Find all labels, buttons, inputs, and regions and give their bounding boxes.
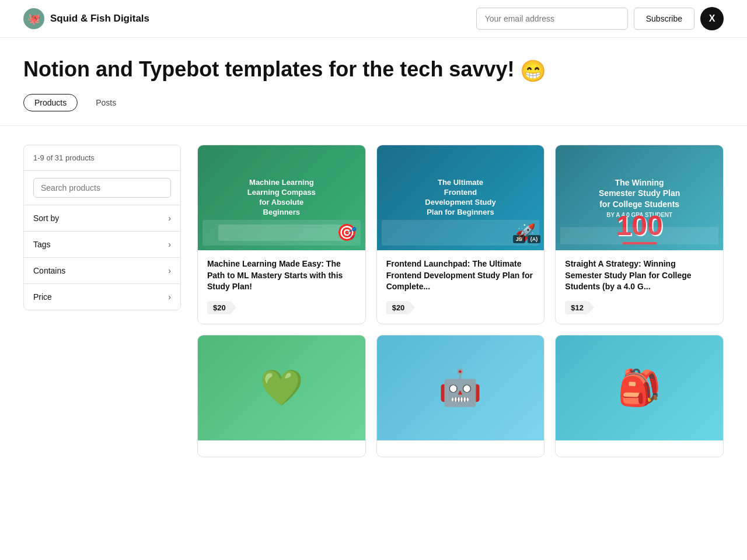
product-card[interactable]: 🎒 (555, 335, 724, 457)
price-tag: $20 (386, 301, 410, 314)
nav-tabs: Products Posts (23, 94, 724, 111)
site-logo[interactable]: 🐙 Squid & Fish Digitals (23, 8, 149, 29)
product-info: Machine Learning Made Easy: The Path to … (198, 250, 365, 293)
robot-card-icon: 🤖 (438, 367, 482, 408)
product-card[interactable]: The UltimateFrontendDevelopment StudyPla… (376, 145, 545, 324)
chevron-right-icon: › (168, 240, 171, 249)
main-content: 1-9 of 31 products Sort by › Tags › Cont… (0, 126, 747, 476)
hero-emoji: 😁 (520, 59, 546, 83)
product-info: Straight A Strategy: Winning Semester St… (556, 250, 723, 293)
product-title: Straight A Strategy: Winning Semester St… (565, 258, 714, 293)
product-price-area: $12 (556, 301, 723, 324)
product-info (556, 440, 723, 449)
filter-contains[interactable]: Contains › (24, 258, 180, 284)
product-count: 1-9 of 31 products (24, 145, 180, 171)
product-info (377, 440, 544, 449)
product-image-text: Machine LearningLearning Compassfor Abso… (247, 178, 316, 218)
search-input[interactable] (33, 178, 171, 198)
price-tag: $12 (565, 301, 588, 314)
product-image-text: The UltimateFrontendDevelopment StudyPla… (425, 178, 495, 218)
products-grid: Machine LearningLearning Compassfor Abso… (197, 145, 724, 457)
email-input[interactable] (476, 8, 628, 30)
target-icon: 🎯 (337, 223, 357, 242)
product-price-area: $20 (198, 301, 365, 324)
product-info (198, 440, 365, 449)
product-image: 🎒 (556, 335, 723, 440)
chevron-right-icon: › (168, 266, 171, 275)
product-image: The UltimateFrontendDevelopment StudyPla… (377, 145, 544, 250)
hero-title: Notion and Typebot templates for the tec… (23, 57, 724, 83)
badge-js: JS (513, 235, 525, 243)
tab-posts[interactable]: Posts (85, 94, 127, 111)
filter-price-label: Price (33, 292, 52, 302)
product-image: 🤖 (377, 335, 544, 440)
filter-contains-label: Contains (33, 266, 65, 275)
mock-bar (218, 225, 345, 241)
price-tag: $20 (207, 301, 231, 314)
header: 🐙 Squid & Fish Digitals Subscribe X (0, 0, 747, 38)
hero-section: Notion and Typebot templates for the tec… (0, 38, 747, 126)
product-title: Frontend Launchpad: The Ultimate Fronten… (386, 258, 535, 293)
product-title: Machine Learning Made Easy: The Path to … (207, 258, 356, 293)
logo-icon: 🐙 (23, 8, 44, 29)
filter-price[interactable]: Price › (24, 284, 180, 310)
chevron-right-icon: › (168, 292, 171, 302)
product-card[interactable]: 💚 (197, 335, 366, 457)
product-card[interactable]: 🤖 (376, 335, 545, 457)
badge-row: JS (A) (513, 235, 541, 243)
x-button[interactable]: X (700, 7, 724, 30)
product-image: Machine LearningLearning Compassfor Abso… (198, 145, 365, 250)
badge-a: (A) (528, 235, 541, 243)
tab-products[interactable]: Products (23, 94, 78, 111)
product-image: 💚 (198, 335, 365, 440)
heart-card-icon: 💚 (260, 367, 303, 408)
chevron-right-icon: › (168, 214, 171, 223)
product-card[interactable]: The WinningSemester Study Planfor Colleg… (555, 145, 724, 324)
subscribe-button[interactable]: Subscribe (634, 8, 694, 30)
product-price-area: $20 (377, 301, 544, 324)
filter-sort-by[interactable]: Sort by › (24, 205, 180, 232)
filter-tags-label: Tags (33, 240, 51, 249)
product-card[interactable]: Machine LearningLearning Compassfor Abso… (197, 145, 366, 324)
header-actions: Subscribe X (476, 7, 724, 30)
product-info: Frontend Launchpad: The Ultimate Fronten… (377, 250, 544, 293)
image-mock-overlay (560, 227, 718, 244)
product-image: The WinningSemester Study Planfor Colleg… (556, 145, 723, 250)
backpack-card-icon: 🎒 (617, 367, 661, 408)
filter-sort-by-label: Sort by (33, 214, 59, 223)
sidebar-box: 1-9 of 31 products Sort by › Tags › Cont… (23, 145, 181, 310)
search-box (24, 171, 180, 205)
filter-tags[interactable]: Tags › (24, 232, 180, 258)
site-name: Squid & Fish Digitals (50, 13, 149, 24)
product-image-text: The WinningSemester Study Planfor Colleg… (599, 177, 680, 209)
sidebar: 1-9 of 31 products Sort by › Tags › Cont… (23, 145, 181, 457)
